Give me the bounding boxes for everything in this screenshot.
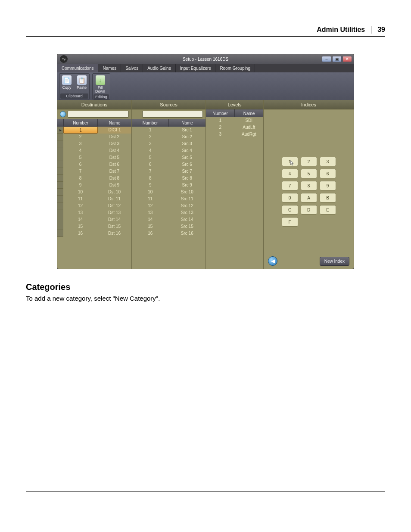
table-row[interactable]: 12Dst 12 (57, 202, 131, 209)
cell-number[interactable]: 14 (132, 216, 169, 223)
table-row[interactable]: 6Src 6 (132, 161, 206, 168)
row-selector[interactable] (57, 209, 63, 216)
cell-name[interactable]: Src 2 (169, 134, 206, 140)
cell-number[interactable]: 1 (206, 117, 235, 124)
cell-number[interactable]: 13 (63, 209, 97, 216)
index-key-2[interactable]: 2 (301, 157, 317, 166)
cell-number[interactable]: 5 (132, 154, 169, 161)
cell-name[interactable]: Dst 14 (97, 216, 131, 223)
table-row[interactable]: 11Dst 11 (57, 196, 131, 202)
table-row[interactable]: 7Src 7 (132, 168, 206, 175)
index-key-3[interactable]: 3 (320, 157, 336, 166)
index-key-D[interactable]: D (301, 205, 317, 215)
back-button[interactable]: ◀ (268, 256, 277, 266)
row-selector[interactable] (57, 161, 63, 168)
index-key-4[interactable]: 4 (282, 169, 298, 178)
table-row[interactable]: 9Src 9 (132, 182, 206, 189)
index-key-A[interactable]: A (301, 193, 317, 202)
cell-name[interactable]: Dst 4 (97, 147, 131, 154)
cell-number[interactable]: 2 (132, 134, 169, 140)
table-row[interactable]: 3Src 3 (132, 140, 206, 147)
window-minimize-button[interactable]: – (322, 56, 331, 62)
cell-name[interactable]: Dst 11 (97, 196, 131, 202)
cell-name[interactable]: Dst 13 (97, 209, 131, 216)
index-key-F[interactable]: F (282, 217, 298, 227)
cell-number[interactable]: 15 (132, 223, 169, 230)
table-row[interactable]: 8Src 8 (132, 175, 206, 182)
cell-name[interactable]: Dst 8 (97, 175, 131, 182)
table-row[interactable]: 14Dst 14 (57, 216, 131, 223)
cell-name[interactable]: Src 4 (169, 147, 206, 154)
cell-number[interactable]: 2 (206, 124, 235, 131)
cell-number[interactable]: 1 (63, 127, 98, 134)
index-key-0[interactable]: 0 (282, 193, 298, 202)
tab-audio-gains[interactable]: Audio Gains (143, 64, 175, 72)
table-row[interactable]: 16Src 16 (132, 230, 206, 237)
table-row[interactable]: 15Dst 15 (57, 223, 131, 230)
table-row[interactable]: 8Dst 8 (57, 175, 131, 182)
table-row[interactable]: 16Dst 16 (57, 230, 131, 237)
tab-input-equalizers[interactable]: Input Equalizers (176, 64, 216, 72)
table-row[interactable]: 11Src 11 (132, 196, 206, 202)
cell-name[interactable]: Src 6 (169, 161, 206, 168)
table-row[interactable]: 1SDI (206, 117, 263, 124)
cell-name[interactable]: Dst 7 (97, 168, 131, 175)
cell-name[interactable]: Src 7 (169, 168, 206, 175)
row-selector[interactable] (57, 189, 63, 196)
cell-number[interactable]: 10 (63, 189, 97, 196)
index-key-8[interactable]: 8 (301, 181, 317, 190)
cell-name[interactable]: Src 14 (169, 216, 206, 223)
row-selector[interactable]: ▸ (57, 127, 63, 134)
cell-name[interactable]: Dst 3 (97, 140, 131, 147)
row-selector[interactable] (57, 147, 63, 154)
cell-number[interactable]: 14 (63, 216, 97, 223)
table-row[interactable]: 14Src 14 (132, 216, 206, 223)
cell-number[interactable]: 8 (132, 175, 169, 182)
cell-number[interactable]: 9 (63, 182, 97, 189)
table-row[interactable]: 2Dst 2 (57, 134, 131, 140)
index-key-6[interactable]: 6 (320, 169, 336, 178)
search-icon[interactable] (60, 111, 66, 117)
cell-name[interactable]: Src 8 (169, 175, 206, 182)
cell-number[interactable]: 6 (132, 161, 169, 168)
cell-name[interactable]: Src 15 (169, 223, 206, 230)
paste-button[interactable]: 📋Paste (75, 75, 88, 90)
cell-name[interactable]: Dst 6 (97, 161, 131, 168)
fill-down-button[interactable]: ↓Fill Down (93, 75, 107, 94)
cell-number[interactable]: 13 (132, 209, 169, 216)
row-selector[interactable] (57, 140, 63, 147)
window-maximize-button[interactable]: ▣ (332, 56, 342, 62)
table-row[interactable]: 15Src 15 (132, 223, 206, 230)
table-row[interactable]: 5Dst 5 (57, 154, 131, 161)
tab-communications[interactable]: Communications (57, 64, 98, 72)
cell-number[interactable]: 3 (63, 140, 97, 147)
cell-name[interactable]: Src 3 (169, 140, 206, 147)
index-key-1[interactable]: 1 (282, 157, 298, 166)
cell-number[interactable]: 2 (63, 134, 97, 140)
table-row[interactable]: 9Dst 9 (57, 182, 131, 189)
row-selector[interactable] (57, 134, 63, 140)
row-selector[interactable] (57, 196, 63, 202)
row-selector[interactable] (57, 223, 63, 230)
cell-number[interactable]: 7 (63, 168, 97, 175)
row-selector[interactable] (57, 230, 63, 237)
new-index-button[interactable]: New Index (320, 257, 349, 266)
cell-name[interactable]: Src 13 (169, 209, 206, 216)
index-key-7[interactable]: 7 (282, 181, 298, 190)
table-row[interactable]: 3Dst 3 (57, 140, 131, 147)
table-row[interactable]: 2AudLft (206, 124, 263, 131)
row-selector[interactable] (57, 202, 63, 209)
tab-room-grouping[interactable]: Room Grouping (215, 64, 255, 72)
cell-number[interactable]: 11 (63, 196, 97, 202)
cell-number[interactable]: 15 (63, 223, 97, 230)
cell-number[interactable]: 16 (63, 230, 97, 237)
table-row[interactable]: 3AudRgt (206, 131, 263, 138)
index-key-5[interactable]: 5 (301, 169, 317, 178)
cell-number[interactable]: 8 (63, 175, 97, 182)
row-selector[interactable] (57, 175, 63, 182)
cell-name[interactable]: AudLft (235, 124, 264, 131)
cell-number[interactable]: 4 (132, 147, 169, 154)
row-selector[interactable] (57, 182, 63, 189)
cell-name[interactable]: SDI (235, 117, 264, 124)
index-key-B[interactable]: B (320, 193, 336, 202)
